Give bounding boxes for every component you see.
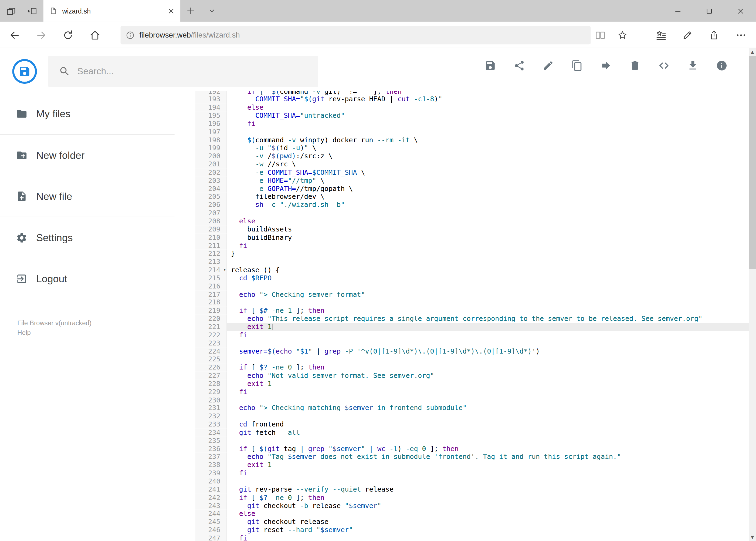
- code-line-194[interactable]: 194 else: [195, 104, 749, 112]
- code-line-196[interactable]: 196 fi: [195, 120, 749, 128]
- maximize-button[interactable]: [693, 0, 725, 22]
- code-line-242[interactable]: 242 if [ $? -ne 0 ]; then: [195, 493, 749, 502]
- scroll-down-icon[interactable]: ▼: [749, 533, 756, 541]
- code-line-210[interactable]: 210 buildBinary: [195, 234, 749, 242]
- code-line-229[interactable]: 229 fi: [195, 388, 749, 396]
- code-line-246[interactable]: 246 git reset --hard "$semver": [195, 526, 749, 534]
- search-box[interactable]: [48, 56, 318, 87]
- code-line-218[interactable]: 218: [195, 298, 749, 306]
- code-text[interactable]: echo "Not valid semver format. See semve…: [227, 372, 749, 380]
- code-line-219[interactable]: 219 if [ $# -ne 1 ]; then: [195, 306, 749, 315]
- code-text[interactable]: exit 1: [227, 380, 749, 388]
- code-line-237[interactable]: 237 echo "Tag $semver does not exist in …: [195, 453, 749, 461]
- reading-view-icon[interactable]: [595, 29, 606, 41]
- code-text[interactable]: buildAssets: [227, 225, 749, 234]
- forward-icon[interactable]: [36, 29, 47, 41]
- code-text[interactable]: [227, 128, 749, 136]
- raw-code-icon[interactable]: [658, 60, 670, 72]
- code-line-220[interactable]: 220 echo "This release script requires a…: [195, 315, 749, 323]
- code-line-198[interactable]: 198 $(command -v winpty) docker run --rm…: [195, 136, 749, 144]
- code-text[interactable]: [227, 436, 749, 445]
- copy-icon[interactable]: [571, 60, 583, 72]
- code-text[interactable]: cd frontend: [227, 420, 749, 428]
- code-line-204[interactable]: 204 -e GOPATH=//tmp/gopath \: [195, 185, 749, 193]
- code-text[interactable]: [227, 396, 749, 404]
- code-text[interactable]: [227, 477, 749, 485]
- browser-tab-wizard-sh[interactable]: wizard.sh: [44, 0, 180, 22]
- code-line-235[interactable]: 235: [195, 436, 749, 445]
- code-text[interactable]: cd $REPO: [227, 274, 749, 282]
- code-text[interactable]: if [ $? -ne 0 ]; then: [227, 493, 749, 502]
- code-line-213[interactable]: 213: [195, 258, 749, 266]
- code-line-226[interactable]: 226 if [ $? -ne 0 ]; then: [195, 363, 749, 371]
- code-text[interactable]: echo "This release script requires a sin…: [227, 315, 749, 323]
- set-tabs-aside-icon[interactable]: [27, 6, 38, 16]
- code-text[interactable]: exit 1: [227, 323, 749, 331]
- code-line-201[interactable]: 201 -w //src \: [195, 160, 749, 168]
- code-line-202[interactable]: 202 -e COMMIT_SHA=$COMMIT_SHA \: [195, 168, 749, 176]
- code-text[interactable]: fi: [227, 242, 749, 250]
- code-line-223[interactable]: 223: [195, 339, 749, 347]
- code-line-214[interactable]: 214▾release () {: [195, 266, 749, 274]
- code-line-241[interactable]: 241 git rev-parse --verify --quiet relea…: [195, 485, 749, 493]
- code-line-243[interactable]: 243 git checkout -b release "$semver": [195, 502, 749, 510]
- code-text[interactable]: if [ $(git tag | grep "$semver" | wc -l)…: [227, 445, 749, 453]
- sidebar-item-logout[interactable]: Logout: [0, 258, 195, 299]
- sidebar-item-new-file[interactable]: New file: [0, 176, 195, 217]
- code-line-238[interactable]: 238 exit 1: [195, 461, 749, 469]
- code-text[interactable]: [227, 355, 749, 363]
- code-text[interactable]: release () {: [227, 266, 749, 274]
- code-text[interactable]: git rev-parse --verify --quiet release: [227, 485, 749, 493]
- code-line-240[interactable]: 240: [195, 477, 749, 485]
- code-text[interactable]: fi: [227, 534, 749, 541]
- scroll-up-icon[interactable]: ▲: [749, 48, 756, 56]
- code-text[interactable]: fi: [227, 331, 749, 339]
- code-text[interactable]: if [ $# -ne 1 ]; then: [227, 306, 749, 315]
- code-line-195[interactable]: 195 COMMIT_SHA="untracked": [195, 112, 749, 120]
- code-line-215[interactable]: 215 cd $REPO: [195, 274, 749, 282]
- code-text[interactable]: -u "$(id -u)" \: [227, 144, 749, 152]
- code-text[interactable]: fi: [227, 388, 749, 396]
- code-line-233[interactable]: 233 cd frontend: [195, 420, 749, 428]
- code-line-221[interactable]: 221 exit 1: [195, 323, 749, 331]
- code-line-217[interactable]: 217 echo "> Checking semver format": [195, 290, 749, 298]
- sidebar-item-my-files[interactable]: My files: [0, 93, 195, 134]
- move-icon[interactable]: [600, 60, 612, 72]
- code-line-222[interactable]: 222 fi: [195, 331, 749, 339]
- code-text[interactable]: [227, 339, 749, 347]
- code-line-247[interactable]: 247 fi: [195, 534, 749, 541]
- code-line-228[interactable]: 228 exit 1: [195, 380, 749, 388]
- code-text[interactable]: fi: [227, 120, 749, 128]
- tab-list-chevron-icon[interactable]: [208, 8, 216, 14]
- code-line-225[interactable]: 225: [195, 355, 749, 363]
- code-text[interactable]: else: [227, 217, 749, 225]
- code-text[interactable]: git fetch --all: [227, 428, 749, 436]
- code-line-203[interactable]: 203 -e HOME="//tmp" \: [195, 176, 749, 185]
- code-text[interactable]: git checkout release: [227, 518, 749, 526]
- new-tab-button[interactable]: [186, 6, 195, 15]
- code-line-227[interactable]: 227 echo "Not valid semver format. See s…: [195, 372, 749, 380]
- code-text[interactable]: if [ "$(command -v git)" != "" ]; then: [227, 91, 749, 95]
- sidebar-item-settings[interactable]: Settings: [0, 217, 195, 258]
- save-icon[interactable]: [484, 60, 496, 72]
- code-text[interactable]: -e COMMIT_SHA=$COMMIT_SHA \: [227, 168, 749, 176]
- code-line-199[interactable]: 199 -u "$(id -u)" \: [195, 144, 749, 152]
- minimize-button[interactable]: [662, 0, 693, 22]
- delete-icon[interactable]: [629, 60, 641, 72]
- code-text[interactable]: echo "> Checking matching $semver in fro…: [227, 404, 749, 412]
- code-text[interactable]: if [ $? -ne 0 ]; then: [227, 363, 749, 371]
- code-text[interactable]: sh -c "./wizard.sh -b": [227, 201, 749, 209]
- web-note-pen-icon[interactable]: [682, 29, 693, 41]
- code-line-239[interactable]: 239 fi: [195, 469, 749, 477]
- code-text[interactable]: git checkout -b release "$semver": [227, 502, 749, 510]
- site-info-icon[interactable]: [125, 31, 135, 40]
- home-icon[interactable]: [89, 29, 101, 41]
- address-bar[interactable]: filebrowser.web/files/wizard.sh: [121, 26, 591, 44]
- code-text[interactable]: [227, 412, 749, 420]
- code-text[interactable]: buildBinary: [227, 234, 749, 242]
- code-line-231[interactable]: 231 echo "> Checking matching $semver in…: [195, 404, 749, 412]
- code-text[interactable]: [227, 298, 749, 306]
- code-line-244[interactable]: 244 else: [195, 510, 749, 518]
- help-link[interactable]: Help: [17, 328, 92, 338]
- code-text[interactable]: -e HOME="//tmp" \: [227, 176, 749, 185]
